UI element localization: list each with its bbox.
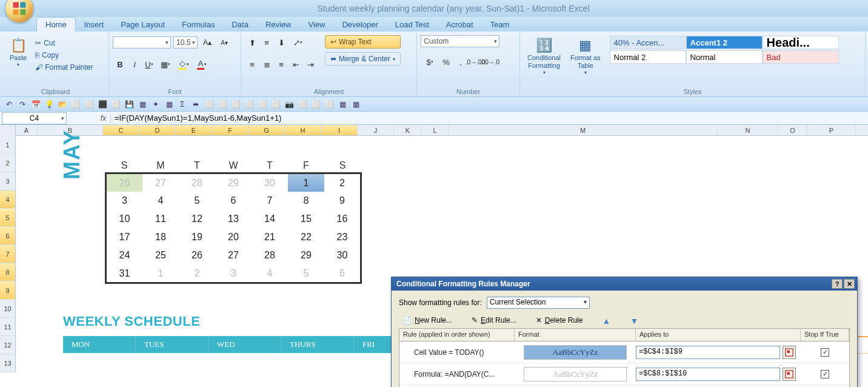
format-as-table-button[interactable]: ▦ Format as Table▾ [567,35,604,78]
calendar-day[interactable]: 24 [106,246,142,264]
tab-load-test[interactable]: Load Test [387,18,438,32]
format-painter-button[interactable]: 🖌Format Painter [33,62,95,73]
tab-team[interactable]: Team [482,18,518,32]
qat-4[interactable]: ⬜ [70,99,81,110]
row-header-11[interactable]: 11 [0,318,16,336]
calendar-day[interactable]: 28 [179,173,215,192]
col-header-N[interactable]: N [718,125,778,135]
tab-acrobat[interactable]: Acrobat [438,18,482,32]
calendar-day[interactable]: 16 [324,210,361,228]
qat-13[interactable]: ⬌ [190,99,201,110]
calendar-day[interactable]: 15 [288,210,324,228]
fill-color-button[interactable]: ◇▾ [175,58,192,71]
number-format-combo[interactable]: Custom [421,35,499,47]
tab-page-layout[interactable]: Page Layout [112,18,173,32]
decrease-decimal-button[interactable]: .00→.0 [483,55,496,69]
col-header-L[interactable]: L [422,125,449,135]
calendar-day[interactable]: 25 [142,246,179,264]
tab-home[interactable]: Home [36,17,76,32]
row-header-7[interactable]: 7 [0,245,16,263]
calendar-day[interactable]: 3 [106,192,142,210]
select-all-corner[interactable] [0,125,16,136]
qat-18[interactable]: ⬜ [257,99,268,110]
qat-6[interactable]: ⬛ [97,99,108,110]
align-bottom-button[interactable]: ⬇ [275,36,288,49]
qat-20[interactable]: 📷 [284,99,295,110]
qat-5[interactable]: ⬜ [84,99,95,110]
dialog-titlebar[interactable]: Conditional Formatting Rules Manager ? ✕ [392,277,857,291]
qat-7[interactable]: ⬜ [110,99,121,110]
calendar-day[interactable]: 28 [252,246,288,264]
style-headi-[interactable]: Headi... [763,36,839,49]
qat-19[interactable]: ⬜ [270,99,281,110]
col-header-C[interactable]: C [103,125,139,135]
calendar-day[interactable]: 29 [215,173,252,192]
tab-data[interactable]: Data [223,18,256,32]
calendar-day[interactable]: 7 [252,192,288,210]
calendar-day[interactable]: 2 [179,264,215,283]
font-name-combo[interactable] [113,36,171,49]
calendar-day[interactable]: 12 [179,210,215,228]
qat-21[interactable]: ⬜ [297,99,308,110]
show-rules-for-select[interactable]: Current Selection [487,297,590,309]
qat-24[interactable]: ▦ [337,99,348,110]
qat-3[interactable]: 📂 [57,99,68,110]
accounting-format-button[interactable]: $▾ [421,55,438,69]
row-header-8[interactable]: 8 [0,263,16,281]
move-rule-up-button[interactable]: ▲ [602,316,610,325]
paste-button[interactable]: 📋 Paste ▾ [6,35,30,70]
cell-styles-gallery[interactable]: 40% - Accen...Accent1 2Headi...Normal 2N… [609,35,838,64]
qat-9[interactable]: ▦ [137,99,148,110]
col-header-J[interactable]: J [358,125,394,135]
qat-15[interactable]: ⬜ [217,99,228,110]
qat-12[interactable]: Σ [177,99,188,110]
calendar-day[interactable]: 4 [142,192,179,210]
calendar-day[interactable]: 5 [288,264,324,283]
calendar-day[interactable]: 23 [324,228,361,246]
calendar-day[interactable]: 19 [179,228,215,246]
rule-row[interactable]: Cell Value = TODAY()AaBbCcYyZz=$C$4:$I$9… [399,342,849,363]
border-button[interactable]: ▦▾ [157,58,174,71]
calendar-day[interactable]: 18 [142,228,179,246]
calendar-day[interactable]: 27 [215,246,252,264]
style-normal[interactable]: Normal [686,50,763,64]
calendar-day[interactable]: 2 [324,173,361,192]
font-size-combo[interactable]: 10.5 [173,36,198,49]
qat-22[interactable]: ⬜ [310,99,321,110]
qat-16[interactable]: ⬜ [230,99,241,110]
align-left-button[interactable]: ≡ [245,58,259,71]
calendar-day[interactable]: 30 [252,173,288,192]
calendar-day[interactable]: 1 [142,264,179,283]
calendar-day[interactable]: 4 [252,264,288,283]
qat-2[interactable]: 💡 [44,99,55,110]
row-header-13[interactable]: 13 [0,354,16,372]
font-color-button[interactable]: A▾ [193,58,210,71]
align-middle-button[interactable]: ≡ [260,36,273,49]
calendar-day[interactable]: 6 [215,192,252,210]
col-header-A[interactable]: A [16,125,38,135]
calendar-day[interactable]: 14 [252,210,288,228]
edit-rule-button[interactable]: ✎Edit Rule... [472,316,516,325]
align-right-button[interactable]: ≡ [275,58,288,71]
italic-button[interactable]: I [128,58,141,71]
col-header-F[interactable]: F [212,125,249,135]
style-bad[interactable]: Bad [763,50,839,64]
stop-if-true-checkbox[interactable]: ✓ [821,348,829,357]
applies-to-input[interactable]: =$C$4:$I$9 [636,346,780,359]
formula-input[interactable]: =IF(DAY(MaySun1)=1,MaySun1-6,MaySun1+1) [111,113,868,123]
row-header-6[interactable]: 6 [0,227,16,245]
redo-button[interactable]: ↷ [17,99,28,110]
col-header-H[interactable]: H [285,125,321,135]
calendar-day[interactable]: 30 [324,246,361,264]
range-selector-button[interactable] [783,346,796,359]
tab-view[interactable]: View [300,18,334,32]
calendar-day[interactable]: 22 [288,228,324,246]
style-normal-2[interactable]: Normal 2 [610,50,686,64]
calendar-day[interactable]: 21 [252,228,288,246]
calendar-day[interactable]: 26 [179,246,215,264]
calendar-day[interactable]: 10 [106,210,142,228]
qat-10[interactable]: ✦ [150,99,161,110]
style-40-accen-[interactable]: 40% - Accen... [610,36,686,49]
conditional-formatting-button[interactable]: 🔢 Conditional Formatting▾ [524,35,564,78]
qat-25[interactable]: ▦ [350,99,361,110]
